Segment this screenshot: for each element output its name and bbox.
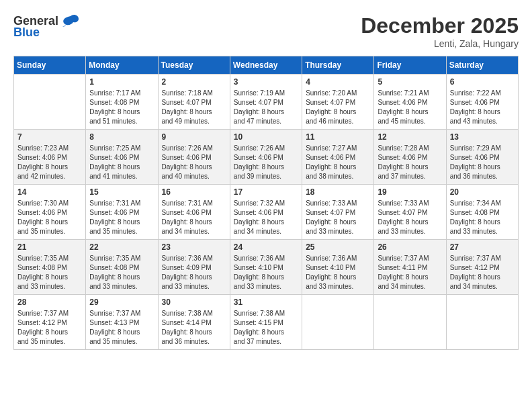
day-info: Sunrise: 7:37 AMSunset: 4:12 PMDaylight:… [17,309,82,347]
day-info: Sunrise: 7:32 AMSunset: 4:06 PMDaylight:… [234,199,298,236]
calendar-cell: 11Sunrise: 7:27 AMSunset: 4:06 PMDayligh… [302,130,374,185]
day-info: Sunrise: 7:25 AMSunset: 4:06 PMDaylight:… [89,144,154,181]
day-info: Sunrise: 7:28 AMSunset: 4:06 PMDaylight:… [378,144,442,181]
day-info: Sunrise: 7:30 AMSunset: 4:06 PMDaylight:… [17,199,82,236]
day-number: 23 [162,242,226,252]
day-info: Sunrise: 7:38 AMSunset: 4:14 PMDaylight:… [162,309,226,347]
day-info: Sunrise: 7:17 AMSunset: 4:08 PMDaylight:… [89,89,154,126]
logo-bird-icon [61,13,80,28]
calendar-cell: 10Sunrise: 7:26 AMSunset: 4:06 PMDayligh… [230,130,302,185]
day-info: Sunrise: 7:35 AMSunset: 4:08 PMDaylight:… [17,254,82,291]
day-number: 21 [17,242,82,252]
day-number: 24 [234,242,298,252]
location-title: Lenti, Zala, Hungary [361,38,519,49]
day-number: 7 [17,132,82,142]
day-number: 30 [162,298,226,307]
day-number: 4 [306,77,370,87]
calendar-cell: 7Sunrise: 7:23 AMSunset: 4:06 PMDaylight… [14,130,86,185]
day-info: Sunrise: 7:33 AMSunset: 4:07 PMDaylight:… [306,199,370,236]
day-info: Sunrise: 7:22 AMSunset: 4:06 PMDaylight:… [450,89,515,126]
day-number: 15 [89,187,154,197]
day-info: Sunrise: 7:26 AMSunset: 4:06 PMDaylight:… [234,144,298,181]
day-number: 5 [378,77,442,87]
day-number: 13 [450,132,515,142]
calendar-cell: 3Sunrise: 7:19 AMSunset: 4:07 PMDaylight… [230,75,302,130]
calendar-cell: 28Sunrise: 7:37 AMSunset: 4:12 PMDayligh… [14,295,86,350]
calendar-cell: 21Sunrise: 7:35 AMSunset: 4:08 PMDayligh… [14,240,86,295]
day-number: 20 [450,187,515,197]
day-number: 14 [17,187,82,197]
day-info: Sunrise: 7:36 AMSunset: 4:09 PMDaylight:… [162,254,226,291]
weekday-header-wednesday: Wednesday [230,56,302,75]
day-info: Sunrise: 7:18 AMSunset: 4:07 PMDaylight:… [162,89,226,126]
calendar-cell: 9Sunrise: 7:26 AMSunset: 4:06 PMDaylight… [158,130,230,185]
calendar-cell: 29Sunrise: 7:37 AMSunset: 4:13 PMDayligh… [86,295,158,350]
day-number: 12 [378,132,442,142]
day-number: 31 [234,298,298,307]
day-info: Sunrise: 7:23 AMSunset: 4:06 PMDaylight:… [17,144,82,181]
day-number: 22 [89,242,154,252]
day-info: Sunrise: 7:38 AMSunset: 4:15 PMDaylight:… [234,309,298,347]
calendar-week-row: 7Sunrise: 7:23 AMSunset: 4:06 PMDaylight… [14,130,519,185]
calendar-week-row: 14Sunrise: 7:30 AMSunset: 4:06 PMDayligh… [14,185,519,240]
day-number: 28 [17,298,82,307]
day-number: 9 [162,132,226,142]
weekday-header-monday: Monday [86,56,158,75]
calendar-cell: 1Sunrise: 7:17 AMSunset: 4:08 PMDaylight… [86,75,158,130]
calendar-cell: 14Sunrise: 7:30 AMSunset: 4:06 PMDayligh… [14,185,86,240]
calendar-cell: 15Sunrise: 7:31 AMSunset: 4:06 PMDayligh… [86,185,158,240]
day-info: Sunrise: 7:35 AMSunset: 4:08 PMDaylight:… [89,254,154,291]
day-info: Sunrise: 7:37 AMSunset: 4:12 PMDaylight:… [450,254,515,291]
calendar-cell: 25Sunrise: 7:36 AMSunset: 4:10 PMDayligh… [302,240,374,295]
calendar-cell: 16Sunrise: 7:31 AMSunset: 4:06 PMDayligh… [158,185,230,240]
calendar-week-row: 21Sunrise: 7:35 AMSunset: 4:08 PMDayligh… [14,240,519,295]
day-number: 1 [89,77,154,87]
calendar-cell: 31Sunrise: 7:38 AMSunset: 4:15 PMDayligh… [230,295,302,350]
day-number: 16 [162,187,226,197]
calendar-cell: 23Sunrise: 7:36 AMSunset: 4:09 PMDayligh… [158,240,230,295]
calendar-cell [14,75,86,130]
calendar-cell: 13Sunrise: 7:29 AMSunset: 4:06 PMDayligh… [446,130,518,185]
day-info: Sunrise: 7:26 AMSunset: 4:06 PMDaylight:… [162,144,226,181]
day-number: 17 [234,187,298,197]
calendar-cell: 5Sunrise: 7:21 AMSunset: 4:06 PMDaylight… [374,75,446,130]
day-info: Sunrise: 7:27 AMSunset: 4:06 PMDaylight:… [306,144,370,181]
day-number: 6 [450,77,515,87]
page-header: General Blue December 2025 Lenti, Zala, … [13,13,519,49]
day-number: 3 [234,77,298,87]
calendar-cell: 30Sunrise: 7:38 AMSunset: 4:14 PMDayligh… [158,295,230,350]
calendar-cell: 18Sunrise: 7:33 AMSunset: 4:07 PMDayligh… [302,185,374,240]
calendar-cell: 19Sunrise: 7:33 AMSunset: 4:07 PMDayligh… [374,185,446,240]
day-info: Sunrise: 7:31 AMSunset: 4:06 PMDaylight:… [162,199,226,236]
weekday-header-tuesday: Tuesday [158,56,230,75]
day-info: Sunrise: 7:33 AMSunset: 4:07 PMDaylight:… [378,199,442,236]
day-number: 26 [378,242,442,252]
calendar-week-row: 28Sunrise: 7:37 AMSunset: 4:12 PMDayligh… [14,295,519,350]
month-title: December 2025 [361,13,519,38]
calendar-cell: 6Sunrise: 7:22 AMSunset: 4:06 PMDaylight… [446,75,518,130]
calendar-table: SundayMondayTuesdayWednesdayThursdayFrid… [13,56,519,350]
day-info: Sunrise: 7:19 AMSunset: 4:07 PMDaylight:… [234,89,298,126]
day-number: 18 [306,187,370,197]
calendar-cell: 8Sunrise: 7:25 AMSunset: 4:06 PMDaylight… [86,130,158,185]
calendar-cell [374,295,446,350]
calendar-cell: 2Sunrise: 7:18 AMSunset: 4:07 PMDaylight… [158,75,230,130]
day-info: Sunrise: 7:20 AMSunset: 4:07 PMDaylight:… [306,89,370,126]
day-number: 11 [306,132,370,142]
day-info: Sunrise: 7:36 AMSunset: 4:10 PMDaylight:… [234,254,298,291]
day-number: 2 [162,77,226,87]
calendar-cell: 20Sunrise: 7:34 AMSunset: 4:08 PMDayligh… [446,185,518,240]
calendar-header-row: SundayMondayTuesdayWednesdayThursdayFrid… [14,56,519,75]
day-number: 19 [378,187,442,197]
weekday-header-thursday: Thursday [302,56,374,75]
title-area: December 2025 Lenti, Zala, Hungary [361,13,519,49]
logo: General Blue [13,13,80,40]
day-info: Sunrise: 7:31 AMSunset: 4:06 PMDaylight:… [89,199,154,236]
day-number: 27 [450,242,515,252]
day-info: Sunrise: 7:29 AMSunset: 4:06 PMDaylight:… [450,144,515,181]
calendar-cell [446,295,518,350]
day-number: 8 [89,132,154,142]
calendar-week-row: 1Sunrise: 7:17 AMSunset: 4:08 PMDaylight… [14,75,519,130]
day-info: Sunrise: 7:37 AMSunset: 4:13 PMDaylight:… [89,309,154,347]
calendar-cell: 24Sunrise: 7:36 AMSunset: 4:10 PMDayligh… [230,240,302,295]
